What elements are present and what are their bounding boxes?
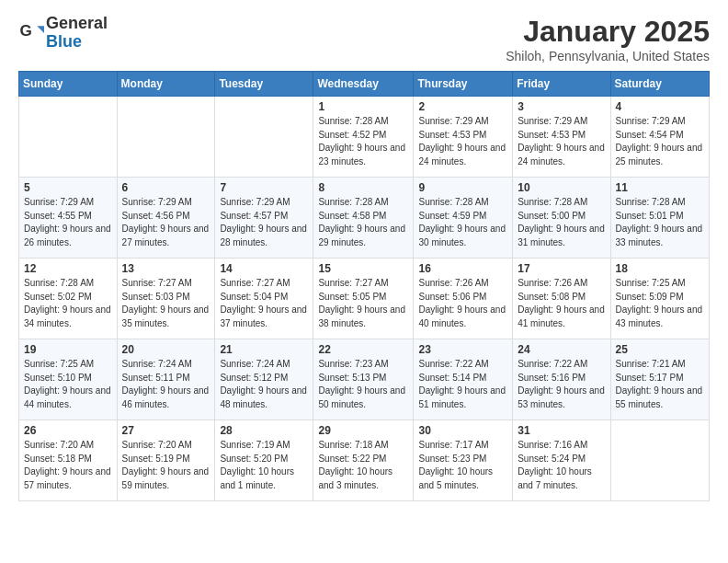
calendar-cell: 25Sunrise: 7:21 AM Sunset: 5:17 PM Dayli… (610, 339, 709, 420)
calendar-cell: 5Sunrise: 7:29 AM Sunset: 4:55 PM Daylig… (19, 178, 118, 259)
day-number: 28 (220, 424, 308, 437)
day-info: Sunrise: 7:29 AM Sunset: 4:55 PM Dayligh… (24, 196, 112, 249)
calendar-body: 1Sunrise: 7:28 AM Sunset: 4:52 PM Daylig… (19, 97, 710, 501)
day-info: Sunrise: 7:20 AM Sunset: 5:19 PM Dayligh… (122, 439, 210, 492)
day-number: 31 (518, 424, 605, 437)
day-number: 12 (24, 262, 112, 275)
calendar-cell: 12Sunrise: 7:28 AM Sunset: 5:02 PM Dayli… (19, 259, 118, 339)
calendar-cell: 16Sunrise: 7:26 AM Sunset: 5:06 PM Dayli… (414, 259, 513, 339)
day-info: Sunrise: 7:22 AM Sunset: 5:14 PM Dayligh… (418, 358, 507, 411)
calendar-cell: 15Sunrise: 7:27 AM Sunset: 5:05 PM Dayli… (313, 259, 414, 339)
day-info: Sunrise: 7:25 AM Sunset: 5:09 PM Dayligh… (616, 277, 704, 330)
calendar-cell: 11Sunrise: 7:28 AM Sunset: 5:01 PM Dayli… (610, 178, 709, 259)
day-number: 27 (122, 424, 210, 437)
day-info: Sunrise: 7:29 AM Sunset: 4:53 PM Dayligh… (418, 115, 507, 168)
day-info: Sunrise: 7:23 AM Sunset: 5:13 PM Dayligh… (318, 358, 408, 411)
day-number: 15 (318, 262, 408, 275)
calendar-cell: 3Sunrise: 7:29 AM Sunset: 4:53 PM Daylig… (513, 97, 610, 178)
calendar-cell (215, 97, 313, 178)
logo: G General Blue (18, 15, 108, 52)
day-info: Sunrise: 7:22 AM Sunset: 5:16 PM Dayligh… (518, 358, 605, 411)
calendar-cell: 24Sunrise: 7:22 AM Sunset: 5:16 PM Dayli… (513, 339, 610, 420)
day-info: Sunrise: 7:28 AM Sunset: 4:52 PM Dayligh… (318, 115, 408, 168)
weekday-header-saturday: Saturday (610, 72, 709, 97)
day-number: 8 (318, 181, 408, 194)
day-number: 11 (616, 181, 704, 194)
day-info: Sunrise: 7:28 AM Sunset: 5:00 PM Dayligh… (518, 196, 605, 249)
day-number: 19 (24, 343, 112, 356)
day-info: Sunrise: 7:28 AM Sunset: 4:59 PM Dayligh… (418, 196, 507, 249)
day-info: Sunrise: 7:24 AM Sunset: 5:11 PM Dayligh… (122, 358, 210, 411)
calendar-cell: 30Sunrise: 7:17 AM Sunset: 5:23 PM Dayli… (414, 420, 513, 501)
day-number: 30 (418, 424, 507, 437)
day-number: 13 (122, 262, 210, 275)
weekday-header-row: SundayMondayTuesdayWednesdayThursdayFrid… (19, 72, 710, 97)
day-number: 14 (220, 262, 308, 275)
calendar-cell: 23Sunrise: 7:22 AM Sunset: 5:14 PM Dayli… (414, 339, 513, 420)
day-info: Sunrise: 7:29 AM Sunset: 4:53 PM Dayligh… (518, 115, 605, 168)
calendar-cell: 9Sunrise: 7:28 AM Sunset: 4:59 PM Daylig… (414, 178, 513, 259)
day-number: 1 (318, 100, 408, 113)
day-number: 4 (616, 100, 704, 113)
svg-marker-1 (37, 26, 44, 33)
day-number: 29 (318, 424, 408, 437)
calendar-cell: 4Sunrise: 7:29 AM Sunset: 4:54 PM Daylig… (610, 97, 709, 178)
day-info: Sunrise: 7:18 AM Sunset: 5:22 PM Dayligh… (318, 439, 408, 492)
day-info: Sunrise: 7:24 AM Sunset: 5:12 PM Dayligh… (220, 358, 308, 411)
calendar-cell: 20Sunrise: 7:24 AM Sunset: 5:11 PM Dayli… (117, 339, 215, 420)
day-number: 9 (418, 181, 507, 194)
day-info: Sunrise: 7:29 AM Sunset: 4:56 PM Dayligh… (122, 196, 210, 249)
day-number: 22 (318, 343, 408, 356)
day-info: Sunrise: 7:25 AM Sunset: 5:10 PM Dayligh… (24, 358, 112, 411)
week-row-2: 5Sunrise: 7:29 AM Sunset: 4:55 PM Daylig… (19, 178, 710, 259)
calendar-cell: 7Sunrise: 7:29 AM Sunset: 4:57 PM Daylig… (215, 178, 313, 259)
day-info: Sunrise: 7:28 AM Sunset: 5:01 PM Dayligh… (616, 196, 704, 249)
month-title: January 2025 (506, 15, 710, 49)
calendar-cell: 14Sunrise: 7:27 AM Sunset: 5:04 PM Dayli… (215, 259, 313, 339)
day-info: Sunrise: 7:27 AM Sunset: 5:05 PM Dayligh… (318, 277, 408, 330)
day-info: Sunrise: 7:27 AM Sunset: 5:03 PM Dayligh… (122, 277, 210, 330)
day-info: Sunrise: 7:20 AM Sunset: 5:18 PM Dayligh… (24, 439, 112, 492)
weekday-header-wednesday: Wednesday (313, 72, 414, 97)
day-number: 2 (418, 100, 507, 113)
calendar-cell: 2Sunrise: 7:29 AM Sunset: 4:53 PM Daylig… (414, 97, 513, 178)
calendar-cell: 13Sunrise: 7:27 AM Sunset: 5:03 PM Dayli… (117, 259, 215, 339)
week-row-1: 1Sunrise: 7:28 AM Sunset: 4:52 PM Daylig… (19, 97, 710, 178)
weekday-header-thursday: Thursday (414, 72, 513, 97)
location-subtitle: Shiloh, Pennsylvania, United States (506, 49, 710, 63)
day-number: 10 (518, 181, 605, 194)
day-info: Sunrise: 7:29 AM Sunset: 4:57 PM Dayligh… (220, 196, 308, 249)
day-number: 3 (518, 100, 605, 113)
day-info: Sunrise: 7:16 AM Sunset: 5:24 PM Dayligh… (518, 439, 605, 492)
calendar-table: SundayMondayTuesdayWednesdayThursdayFrid… (18, 71, 710, 501)
day-number: 23 (418, 343, 507, 356)
day-number: 21 (220, 343, 308, 356)
calendar-cell: 28Sunrise: 7:19 AM Sunset: 5:20 PM Dayli… (215, 420, 313, 501)
calendar-cell: 17Sunrise: 7:26 AM Sunset: 5:08 PM Dayli… (513, 259, 610, 339)
day-info: Sunrise: 7:26 AM Sunset: 5:08 PM Dayligh… (518, 277, 605, 330)
calendar-cell: 26Sunrise: 7:20 AM Sunset: 5:18 PM Dayli… (19, 420, 118, 501)
calendar-cell: 22Sunrise: 7:23 AM Sunset: 5:13 PM Dayli… (313, 339, 414, 420)
weekday-header-tuesday: Tuesday (215, 72, 313, 97)
day-number: 24 (518, 343, 605, 356)
logo-general: General (46, 14, 108, 32)
title-block: January 2025 Shiloh, Pennsylvania, Unite… (506, 15, 710, 63)
day-info: Sunrise: 7:19 AM Sunset: 5:20 PM Dayligh… (220, 439, 308, 492)
day-info: Sunrise: 7:28 AM Sunset: 4:58 PM Dayligh… (318, 196, 408, 249)
week-row-3: 12Sunrise: 7:28 AM Sunset: 5:02 PM Dayli… (19, 259, 710, 339)
day-number: 16 (418, 262, 507, 275)
week-row-4: 19Sunrise: 7:25 AM Sunset: 5:10 PM Dayli… (19, 339, 710, 420)
logo-icon: G (18, 20, 44, 46)
calendar-cell (19, 97, 118, 178)
calendar-cell: 1Sunrise: 7:28 AM Sunset: 4:52 PM Daylig… (313, 97, 414, 178)
calendar-cell: 21Sunrise: 7:24 AM Sunset: 5:12 PM Dayli… (215, 339, 313, 420)
day-info: Sunrise: 7:26 AM Sunset: 5:06 PM Dayligh… (418, 277, 507, 330)
day-number: 20 (122, 343, 210, 356)
day-number: 18 (616, 262, 704, 275)
day-number: 17 (518, 262, 605, 275)
calendar-cell (610, 420, 709, 501)
weekday-header-sunday: Sunday (19, 72, 118, 97)
weekday-header-monday: Monday (117, 72, 215, 97)
header: G General Blue January 2025 Shiloh, Penn… (18, 15, 710, 63)
calendar-cell: 31Sunrise: 7:16 AM Sunset: 5:24 PM Dayli… (513, 420, 610, 501)
